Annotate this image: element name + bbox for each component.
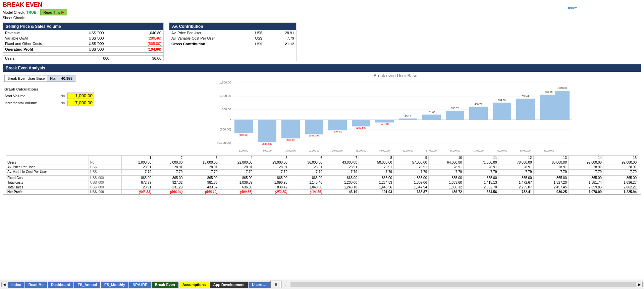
tab-scrollbar[interactable] (290, 282, 636, 287)
svg-text:1,500.00: 1,500.00 (219, 81, 231, 84)
scroll-left-button[interactable]: ◀ (1, 282, 7, 287)
chart-area: Break even User Base 1,500.00 1,000.00 5… (151, 73, 640, 154)
svg-text:782.41: 782.41 (522, 95, 529, 98)
svg-text:1,078.09: 1,078.09 (557, 86, 567, 90)
table-row: Users No. 1,000.008,000.0015,000.0022,00… (6, 160, 638, 165)
table-row: Total sales US$ '000 28.91231.29433.6763… (6, 185, 638, 190)
svg-text:(548.19): (548.19) (309, 134, 319, 137)
svg-text:22,000.00: 22,000.00 (309, 150, 319, 152)
page-title: BREAK EVEN (3, 1, 641, 8)
tab-fsmonthly[interactable]: FS_Monthly (101, 282, 128, 288)
svg-text:43.19: 43.19 (405, 115, 411, 118)
svg-text:71,000.00: 71,000.00 (473, 150, 483, 152)
svg-text:191.03: 191.03 (428, 111, 435, 114)
svg-text:(500.00): (500.00) (220, 128, 231, 131)
av-contribution-header: Av. Contribution (169, 23, 296, 30)
svg-text:(500.00): (500.00) (239, 133, 248, 136)
start-volume-input[interactable] (67, 93, 94, 99)
table-row: Av. Price Per User US$ 28.91 (169, 30, 296, 36)
bar-13 (516, 99, 535, 120)
bar-1 (234, 120, 253, 133)
tab-assumptions[interactable]: Assumptions (179, 282, 209, 288)
net-profit-row: Net Profit US$ '000 (843.88) (696.04) (5… (6, 190, 638, 194)
table-row: Av. Variable Cost Per User US$ 7.79 (169, 36, 296, 41)
tab-npvirr[interactable]: NPV-IRR (129, 282, 151, 288)
svg-text:29,000.00: 29,000.00 (332, 150, 342, 152)
table-row: Users 000 36.00 (3, 56, 163, 61)
svg-text:(843.88): (843.88) (262, 142, 272, 146)
read-this-button[interactable]: Read This ▶ (40, 9, 67, 15)
tab-index[interactable]: Index (8, 282, 24, 288)
break-even-header: Break Even Analysis (3, 64, 641, 72)
svg-text:85,000.00: 85,000.00 (520, 150, 530, 152)
tab-fsannual[interactable]: FS_Annual (74, 282, 100, 288)
svg-text:(696.04): (696.04) (286, 138, 295, 141)
tab-users[interactable]: Users ... (249, 282, 270, 288)
table-row: Revenue US$ '000 1,040.80 (3, 30, 163, 36)
bar-5 (328, 120, 347, 130)
graph-calculations: Graph Calculations Start Volume No. Incr… (4, 87, 149, 106)
svg-text:DOWNLOADS: DOWNLOADS (392, 153, 409, 153)
svg-text:15,000.00: 15,000.00 (285, 150, 296, 152)
bar-4 (305, 120, 323, 134)
break-even-user-base: Break Even User Base No. 40,955 (4, 75, 75, 82)
summary-section: Selling Price & Sales Volume Revenue US$… (0, 21, 644, 63)
tab-readme[interactable]: Read Me (25, 282, 47, 288)
svg-text:43,000.00: 43,000.00 (379, 150, 389, 152)
be-content: Break Even User Base No. 40,955 Graph Ca… (3, 72, 641, 155)
bar-8 (399, 119, 417, 120)
tab-dashboard[interactable]: Dashboard (48, 282, 73, 288)
svg-text:57,000.00: 57,000.00 (426, 150, 436, 152)
data-table: 1 2 3 4 5 6 7 8 9 10 11 12 13 14 (6, 155, 638, 194)
tab-appdev[interactable]: App Development (210, 282, 248, 288)
table-row: Total costs US$ '000 872.79927.32981.861… (6, 180, 638, 185)
bar-12 (493, 103, 511, 120)
data-table-section: 1 2 3 4 5 6 7 8 9 10 11 12 13 14 (6, 155, 638, 194)
table-row: Operating Profit US$ '000 (104.66) (3, 47, 163, 53)
bar-11 (469, 107, 488, 120)
break-even-section: Break Even Analysis Break Even User Base… (3, 64, 641, 195)
svg-text:486.72: 486.72 (475, 103, 482, 106)
svg-text:500.00: 500.00 (222, 108, 231, 111)
tab-options-icon[interactable]: ⋮ (282, 282, 288, 287)
model-check-label: Model Check: TRUE (3, 10, 36, 14)
svg-text:1,000.00: 1,000.00 (239, 150, 248, 152)
svg-text:(252.50): (252.50) (356, 126, 366, 129)
bar-6 (352, 120, 370, 126)
bar-15 (555, 91, 570, 120)
svg-text:36,000.00: 36,000.00 (356, 150, 366, 152)
break-even-chart: 1,500.00 1,000.00 500.00 - (500.00) (1,0… (151, 79, 640, 153)
svg-text:(104.65): (104.65) (380, 122, 389, 125)
svg-text:634.56: 634.56 (498, 99, 506, 102)
svg-text:-: - (230, 118, 231, 121)
svg-text:78,000.00: 78,000.00 (496, 150, 507, 152)
start-volume-row: Start Volume No. (4, 93, 149, 99)
table-row: Av. Price Per User US$ 28.9128.9128.9128… (6, 165, 638, 170)
table-row: Gross Contribution US$ 21.12 (169, 41, 296, 47)
table-row: Fixed and Other Costs US$ '000 (865.00) (3, 41, 163, 47)
svg-text:1,000.00: 1,000.00 (219, 94, 231, 98)
svg-text:50,000.00: 50,000.00 (402, 150, 413, 152)
table-row: Fixed Cost US$ '000 865.00865.00865.0086… (6, 176, 638, 180)
svg-text:338.87: 338.87 (451, 107, 459, 110)
bar-3 (281, 120, 300, 138)
table-row: Variable O&M US$ '000 (280.46) (3, 36, 163, 41)
selling-price-header: Selling Price & Sales Volume (3, 23, 163, 30)
chart-title: Break even User Base (151, 73, 640, 78)
svg-text:64,000.00: 64,000.00 (449, 150, 460, 152)
index-link[interactable]: Index (568, 6, 577, 10)
table-row: Av. Variable Cost Per User US$ 7.797.797… (6, 170, 638, 174)
tab-breakeven[interactable]: Break Even (152, 282, 178, 288)
svg-text:(400.35): (400.35) (333, 130, 342, 133)
svg-text:930.25: 930.25 (545, 91, 553, 94)
svg-text:(1,000.00): (1,000.00) (217, 141, 231, 144)
arrow-icon: ▶ (61, 10, 64, 14)
svg-text:92,000.00: 92,000.00 (543, 150, 554, 152)
table-row (3, 52, 163, 56)
scroll-right-button[interactable]: ▶ (637, 282, 643, 287)
incremental-volume-input[interactable] (67, 100, 94, 106)
header: BREAK EVEN Model Check: TRUE Read This ▶… (0, 0, 644, 21)
add-sheet-button[interactable]: ⊕ (270, 281, 281, 288)
sheet-tabs: ◀ Index Read Me Dashboard FS_Annual FS_M… (0, 280, 644, 289)
selling-price-table: Selling Price & Sales Volume Revenue US$… (3, 22, 164, 61)
